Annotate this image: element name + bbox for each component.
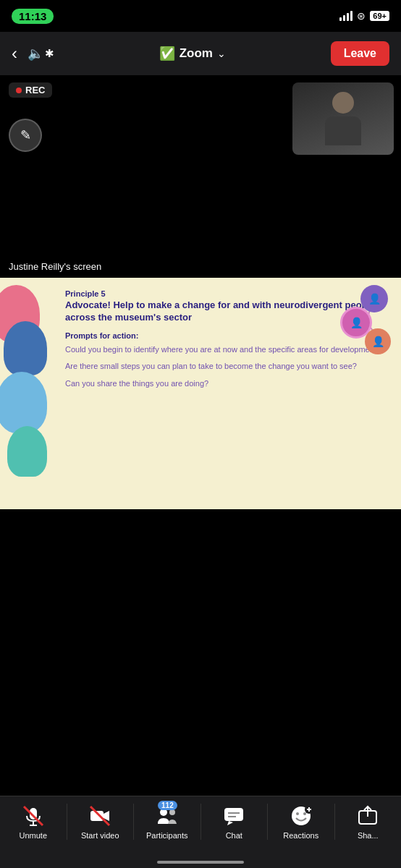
slide-art xyxy=(0,278,58,509)
person-icon-purple: 👤 xyxy=(368,293,381,305)
home-indicator xyxy=(157,861,244,864)
participant-video xyxy=(292,82,394,155)
toolbar: Unmute Start video 112 Participants xyxy=(0,796,401,868)
node-purple: 👤 xyxy=(360,285,388,312)
bluetooth-icon: ✱ xyxy=(45,47,54,60)
chat-button[interactable]: Chat xyxy=(201,804,269,840)
rec-dot xyxy=(16,88,22,93)
status-icons: ⊛ 69+ xyxy=(339,10,389,22)
node-orange: 👤 xyxy=(365,328,391,354)
share-button[interactable]: Sha... xyxy=(335,804,402,840)
audio-controls[interactable]: 🔈 ✱ xyxy=(28,46,54,61)
participants-label: Participants xyxy=(146,831,187,840)
chat-icon-svg xyxy=(221,804,246,828)
participants-badge: 112 xyxy=(158,801,177,810)
zoom-title-area[interactable]: ✅ Zoom ⌄ xyxy=(159,46,226,61)
back-button[interactable]: ‹ xyxy=(12,43,17,64)
unmute-button[interactable]: Unmute xyxy=(0,804,67,840)
art-head-blue-light xyxy=(0,372,47,433)
art-head-teal xyxy=(7,426,47,477)
rec-label: REC xyxy=(25,85,45,95)
slide-network-diagram: 👤 👤 👤 xyxy=(334,285,395,357)
video-off-icon xyxy=(88,804,112,828)
svg-point-9 xyxy=(169,809,175,815)
wifi-icon: ⊛ xyxy=(357,10,366,22)
art-head-blue-dark xyxy=(4,321,47,375)
shield-icon: ✅ xyxy=(159,46,175,61)
reactions-label: Reactions xyxy=(283,831,318,840)
slide-prompt-3: Can you share the things you are doing? xyxy=(65,378,391,389)
svg-point-14 xyxy=(296,812,299,815)
participants-button[interactable]: 112 Participants xyxy=(134,804,201,840)
status-bar: 11:13 ⊛ 69+ xyxy=(0,0,401,32)
pencil-icon: ✎ xyxy=(20,127,31,143)
svg-point-15 xyxy=(303,812,306,815)
mic-off-icon xyxy=(21,804,46,828)
reactions-icon xyxy=(289,804,313,828)
unmute-label: Unmute xyxy=(19,831,47,840)
video-area: REC ✎ xyxy=(0,75,401,509)
video-icon-svg xyxy=(88,804,112,828)
edit-button[interactable]: ✎ xyxy=(9,119,42,152)
start-video-label: Start video xyxy=(81,831,119,840)
nav-bar: ‹ 🔈 ✱ ✅ Zoom ⌄ Leave xyxy=(0,32,401,75)
start-video-button[interactable]: Start video xyxy=(67,804,135,840)
reactions-button[interactable]: Reactions xyxy=(268,804,335,840)
share-icon xyxy=(355,804,380,828)
share-icon-svg xyxy=(355,804,380,828)
slide-content: 👤 👤 👤 Principle 5 Advocate! Help to make… xyxy=(58,278,401,509)
slide-area: 👤 👤 👤 Principle 5 Advocate! Help to make… xyxy=(0,278,401,509)
person-head xyxy=(332,92,354,114)
share-label: Sha... xyxy=(358,831,379,840)
participants-icon: 112 xyxy=(155,804,180,828)
chevron-down-icon: ⌄ xyxy=(217,48,226,59)
zoom-label: Zoom xyxy=(180,46,213,61)
svg-rect-10 xyxy=(224,808,243,821)
leave-button[interactable]: Leave xyxy=(331,41,389,66)
status-time: 11:13 xyxy=(12,9,54,24)
person-icon-pink: 👤 xyxy=(350,317,363,328)
person-icon-orange: 👤 xyxy=(372,336,384,347)
nav-left: ‹ 🔈 ✱ xyxy=(12,43,54,64)
battery-icon: 69+ xyxy=(370,11,389,21)
chat-label: Chat xyxy=(226,831,242,840)
presenter-label: Justine Reilly's screen xyxy=(9,261,101,272)
reactions-icon-svg xyxy=(289,804,313,828)
person-body xyxy=(325,116,361,145)
mic-icon-svg xyxy=(21,804,46,828)
rec-badge: REC xyxy=(9,82,52,98)
chat-icon xyxy=(221,804,246,828)
slide-prompt-2: Are there small steps you can plan to ta… xyxy=(65,361,391,372)
participant-avatar xyxy=(325,92,361,145)
participant-thumbnail xyxy=(292,82,394,155)
signal-bars-icon xyxy=(339,11,353,21)
speaker-icon: 🔈 xyxy=(28,46,43,61)
